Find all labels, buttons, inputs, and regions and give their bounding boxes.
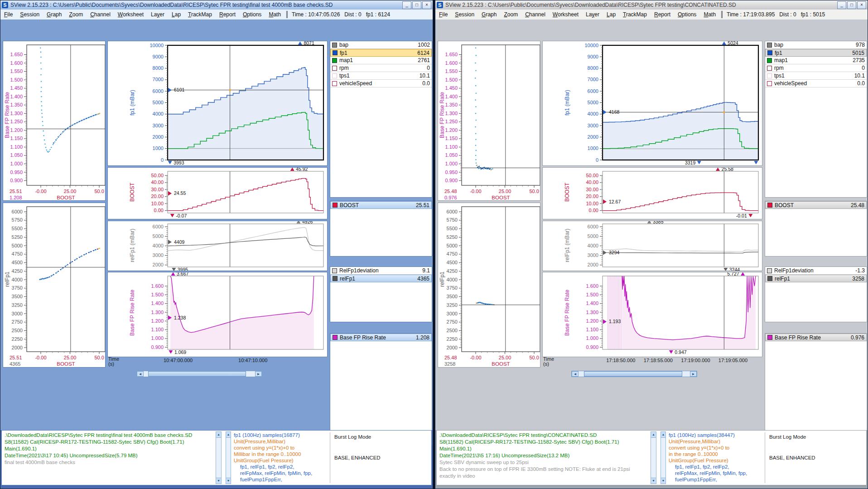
minimize-button[interactable]: _ — [402, 1, 411, 9]
session-info-scrollbar[interactable]: ▲▼ — [216, 431, 222, 484]
y-tick-label: 1.450 — [10, 85, 23, 91]
menu-item-math[interactable]: Math — [700, 10, 719, 19]
scroll-down-arrow-icon[interactable]: ▼ — [226, 478, 231, 484]
chart-fp1[interactable]: 1000090008000700060005000400030002000100… — [108, 41, 327, 165]
menu-item-worksheet[interactable]: Worksheet — [549, 10, 582, 19]
y-tick-label: 4000 — [447, 277, 458, 282]
scatter-1[interactable]: 6000575055005250500047504500425040003750… — [3, 203, 105, 367]
scroll-up-arrow-icon[interactable]: ▲ — [661, 432, 665, 438]
chart-relfp1[interactable]: 60005000400030002000relFp1 (mBar)3385329… — [543, 221, 762, 271]
channel-info-scrollbar[interactable]: ▲▼ — [661, 431, 666, 484]
basefp-value-panel-row-base-fp-rise-rate[interactable]: Base FP Rise Rate0.976 — [765, 334, 867, 341]
scrollbar-track[interactable] — [579, 371, 690, 377]
channel-list-row-rpm[interactable]: rpm0 — [765, 64, 867, 72]
menu-item-trackmap[interactable]: TrackMap — [184, 10, 216, 19]
time-scrollbar[interactable]: ◄► — [136, 371, 262, 377]
channel-list-row-vehicleSpeed[interactable]: vehicleSpeed0.0 — [330, 80, 432, 87]
channel-list-row-fp1[interactable]: fp15015 — [765, 49, 867, 57]
scrollbar-track[interactable] — [144, 371, 255, 377]
channel-info-scrollbar[interactable]: ▲▼ — [226, 431, 231, 484]
menu-item-worksheet[interactable]: Worksheet — [114, 10, 147, 19]
menu-item-layer[interactable]: Layer — [147, 10, 168, 19]
scatter-point — [79, 257, 80, 258]
scatter-1[interactable]: 6000575055005250500047504500425040003750… — [438, 203, 540, 367]
menu-item-session[interactable]: Session — [16, 10, 43, 19]
menu-item-options[interactable]: Options — [239, 10, 265, 19]
chart-base-fp-rise-rate[interactable]: 1.6001.5001.4001.3001.2001.1001.0000.900… — [543, 272, 762, 357]
session-details: .\DownloadedData\RICESP\Sytec FPR testin… — [439, 432, 649, 484]
menu-item-file[interactable]: File — [0, 10, 16, 19]
maximize-button[interactable]: □ — [847, 1, 856, 9]
scroll-up-arrow-icon[interactable]: ▲ — [216, 432, 221, 438]
chart-relfp1[interactable]: 60005000400030002000relFp1 (mBar)4926440… — [108, 221, 327, 271]
menu-item-trackmap[interactable]: TrackMap — [619, 10, 651, 19]
channel-list-row-map1[interactable]: map12761 — [330, 57, 432, 64]
scroll-left-arrow-icon[interactable]: ◄ — [137, 371, 144, 377]
scroll-right-arrow-icon[interactable]: ► — [690, 371, 697, 377]
channel-list-row-tps1[interactable]: tps110.1 — [765, 72, 867, 80]
channel-list-row-map1[interactable]: map12735 — [765, 57, 867, 64]
channel-list-row-fp1[interactable]: fp16124 — [330, 49, 432, 57]
min-marker-value: 3244 — [729, 267, 740, 271]
menu-item-session[interactable]: Session — [451, 10, 478, 19]
maximize-button[interactable]: □ — [412, 1, 421, 9]
menu-item-report[interactable]: Report — [651, 10, 674, 19]
relfp-value-panel-row-relfp1[interactable]: relFp14365 — [330, 275, 432, 282]
relfp-value-panel-row-relfp1deviation[interactable]: RelFp1deviation9.1 — [330, 267, 432, 275]
scroll-down-arrow-icon[interactable]: ▼ — [216, 478, 221, 484]
close-button[interactable]: × — [857, 1, 866, 9]
time-scrollbar[interactable]: ◄► — [571, 371, 697, 377]
scrollbar-thumb[interactable] — [584, 371, 682, 377]
sview-window-right: SSView 2.15.223 : C:\Users\Public\Docume… — [435, 0, 868, 489]
scrollbar-thumb[interactable] — [148, 371, 246, 377]
menu-item-layer[interactable]: Layer — [582, 10, 603, 19]
menu-item-channel[interactable]: Channel — [87, 10, 114, 19]
channel-list-row-rpm[interactable]: rpm0 — [330, 64, 432, 72]
menu-item-lap[interactable]: Lap — [603, 10, 619, 19]
menu-item-graph[interactable]: Graph — [478, 10, 500, 19]
menu-item-lap[interactable]: Lap — [168, 10, 184, 19]
chart-boost[interactable]: 50.0040.0030.0020.0010.000.00BOOST25.581… — [543, 168, 762, 219]
scroll-up-arrow-icon[interactable]: ▲ — [226, 432, 231, 438]
scatter-0[interactable]: 1.6501.6001.5501.5001.4501.4001.3501.300… — [3, 41, 105, 200]
close-button[interactable]: × — [422, 1, 431, 9]
channel-unit-line: Unit(Pressure,Millibar) — [669, 438, 762, 445]
cursor-marker-value: 4409 — [174, 239, 185, 245]
channel-list-row-bap[interactable]: bap1002 — [330, 41, 432, 49]
menu-item-zoom[interactable]: Zoom — [500, 10, 521, 19]
session-info-scrollbar[interactable]: ▲▼ — [651, 431, 656, 484]
scroll-left-arrow-icon[interactable]: ◄ — [572, 371, 579, 377]
minimize-button[interactable]: _ — [837, 1, 846, 9]
menu-item-channel[interactable]: Channel — [521, 10, 549, 19]
basefp-value-panel-row-base-fp-rise-rate[interactable]: Base FP Rise Rate1.208 — [330, 334, 432, 341]
chart-fp1[interactable]: 1000090008000700060005000400030002000100… — [543, 41, 762, 165]
chart-base-fp-rise-rate[interactable]: 1.6001.5001.4001.3001.2001.1001.0000.900… — [108, 272, 327, 357]
y-tick-label: 8000 — [153, 65, 164, 71]
scroll-down-arrow-icon[interactable]: ▼ — [651, 478, 656, 484]
y-axis-label: BOOST — [129, 182, 135, 202]
menu-item-report[interactable]: Report — [216, 10, 239, 19]
menu-item-zoom[interactable]: Zoom — [65, 10, 87, 19]
scatter-0[interactable]: 1.6501.6001.5501.5001.4501.4001.3501.300… — [438, 41, 540, 200]
scatter-point — [484, 303, 486, 305]
relfp-value-panel-row-relfp1deviation[interactable]: RelFp1deviation-1.3 — [765, 267, 867, 275]
scatter-point — [75, 123, 77, 124]
boost-value-panel-row-boost[interactable]: BOOST25.51 — [330, 201, 432, 209]
scatter-point — [60, 134, 62, 135]
chart-boost[interactable]: 50.0040.0030.0020.0010.000.00BOOST45.922… — [108, 168, 327, 219]
channel-unit-line: Unit(Pressure,Millibar) — [234, 438, 327, 445]
menu-item-math[interactable]: Math — [265, 10, 285, 19]
boost-value-panel-row-boost[interactable]: BOOST25.48 — [765, 201, 867, 209]
scatter-point — [97, 114, 99, 115]
relfp-value-panel-row-relfp1[interactable]: relFp13258 — [765, 275, 867, 282]
menu-item-file[interactable]: File — [435, 10, 451, 19]
menu-item-options[interactable]: Options — [674, 10, 700, 19]
scroll-down-arrow-icon[interactable]: ▼ — [661, 478, 665, 484]
channel-list-row-bap[interactable]: bap978 — [765, 41, 867, 49]
time-tick-label: 17:18:50.000 — [606, 358, 635, 363]
scroll-up-arrow-icon[interactable]: ▲ — [651, 432, 656, 438]
menu-item-graph[interactable]: Graph — [43, 10, 65, 19]
channel-list-row-vehicleSpeed[interactable]: vehicleSpeed0.0 — [765, 80, 867, 87]
scroll-right-arrow-icon[interactable]: ► — [255, 371, 262, 377]
channel-list-row-tps1[interactable]: tps110.1 — [330, 72, 432, 80]
